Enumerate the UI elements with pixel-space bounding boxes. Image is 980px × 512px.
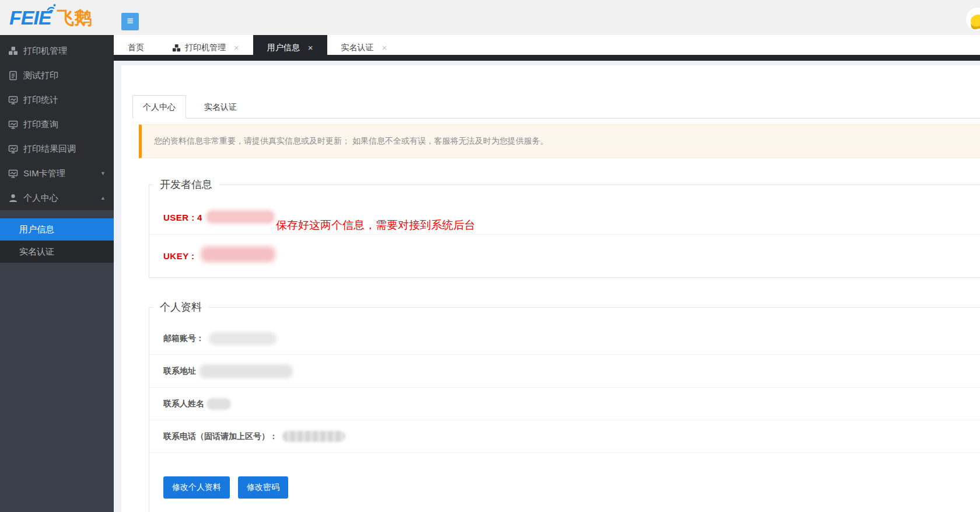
window-tab-label: 打印机管理 xyxy=(185,43,226,53)
user-avatar[interactable] xyxy=(966,8,980,31)
sidebar-item-print-stats[interactable]: 打印统计 xyxy=(0,88,114,112)
ukey-row: UKEY : xyxy=(149,235,980,277)
close-icon[interactable]: × xyxy=(234,44,239,52)
sidebar-subitem-user-info[interactable]: 用户信息 xyxy=(0,218,114,241)
window-tab-label: 首页 xyxy=(128,43,144,53)
sidebar-item-label: 打印结果回调 xyxy=(23,144,107,155)
address-row: 联系地址 xyxy=(149,355,980,388)
user-key-row: USER : 4 xyxy=(149,191,980,234)
sidebar-item-label: SIM卡管理 xyxy=(23,168,100,179)
user-value-prefix: 4 xyxy=(197,213,202,222)
redacted-address-value xyxy=(200,364,293,378)
sidebar-item-label: 测试打印 xyxy=(23,70,107,81)
sidebar-toggle-button[interactable]: ≡ xyxy=(121,13,139,30)
monitor-chart-icon xyxy=(8,120,18,130)
sidebar-item-test-print[interactable]: 测试打印 xyxy=(0,63,114,88)
content-tabs: 个人中心 实名认证 xyxy=(132,95,980,119)
developer-info-section: 开发者信息 USER : 4 UKEY : xyxy=(149,177,980,278)
sidebar-item-personal-center[interactable]: 个人中心 ▲ xyxy=(0,186,114,210)
brand-text-en: FEIE xyxy=(9,6,51,29)
window-tab-user-info[interactable]: 用户信息 × xyxy=(253,35,327,61)
window-tab-label: 实名认证 xyxy=(341,43,374,53)
window-tab-realname-auth[interactable]: 实名认证 × xyxy=(327,35,401,61)
brand-text-cn: 飞鹅 xyxy=(57,8,92,29)
user-icon xyxy=(8,193,18,203)
window-tab-printer-management[interactable]: 打印机管理 × xyxy=(158,35,253,61)
sidebar-item-print-callback[interactable]: 打印结果回调 xyxy=(0,137,114,161)
edit-password-button[interactable]: 修改密码 xyxy=(238,476,288,499)
sidebar-subitem-realname-auth[interactable]: 实名认证 xyxy=(0,241,114,263)
main-area: 首页 打印机管理 × 用户信息 × 实名认证 × xyxy=(114,35,980,512)
sidebar-menu: 打印机管理 测试打印 xyxy=(0,35,114,210)
redacted-ukey-value xyxy=(201,246,275,262)
app-root: FEIE 飞鹅 ≡ xyxy=(0,0,980,512)
sidebar-item-label: 个人中心 xyxy=(23,193,100,204)
redacted-email-value xyxy=(209,332,276,345)
caret-up-icon: ▲ xyxy=(100,195,106,201)
wifi-signal-icon xyxy=(46,3,57,15)
window-tab-label: 用户信息 xyxy=(267,43,300,53)
developer-note: 保存好这两个信息，需要对接到系统后台 xyxy=(276,218,475,233)
top-header: FEIE 飞鹅 ≡ xyxy=(0,0,980,35)
edit-profile-button[interactable]: 修改个人资料 xyxy=(163,476,230,499)
profile-actions: 修改个人资料 修改密码 xyxy=(163,476,980,512)
printer-cubes-icon xyxy=(8,46,18,56)
contact-name-row: 联系人姓名 xyxy=(149,388,980,420)
email-row: 邮箱账号： xyxy=(149,322,980,355)
content-card: 个人中心 实名认证 您的资料信息非常重要，请提供真实信息或及时更新； 如果信息不… xyxy=(121,65,980,512)
sidebar-item-print-query[interactable]: 打印查询 xyxy=(0,112,114,137)
content-tab-realname-auth[interactable]: 实名认证 xyxy=(186,96,255,118)
avatar-goose-icon xyxy=(970,13,980,28)
window-tab-home[interactable]: 首页 xyxy=(114,35,158,61)
redacted-name-value xyxy=(206,398,231,410)
profile-section: 个人资料 邮箱账号： 联系地址 联系人姓名 联系电话（固话请加上区号）： xyxy=(149,300,980,512)
window-tabbar: 首页 打印机管理 × 用户信息 × 实名认证 × xyxy=(114,35,980,61)
monitor-chart-icon xyxy=(8,169,18,179)
caret-down-icon: ▼ xyxy=(100,170,106,176)
sidebar-item-label: 打印统计 xyxy=(23,95,107,106)
phone-row: 联系电话（固话请加上区号）： xyxy=(149,420,980,453)
email-label: 邮箱账号： xyxy=(163,333,204,344)
sidebar-submenu: 用户信息 实名认证 xyxy=(0,218,114,263)
sidebar-item-label: 打印机管理 xyxy=(23,46,107,57)
brand-logo: FEIE 飞鹅 xyxy=(9,6,92,29)
content-tab-personal-center[interactable]: 个人中心 xyxy=(132,95,186,119)
monitor-chart-icon xyxy=(8,95,18,105)
monitor-chart-icon xyxy=(8,144,18,154)
user-label: USER : xyxy=(163,213,195,222)
profile-legend: 个人资料 xyxy=(153,300,209,314)
close-icon[interactable]: × xyxy=(308,44,313,52)
phone-label: 联系电话（固话请加上区号）： xyxy=(163,431,278,442)
redacted-user-value xyxy=(206,210,275,224)
sidebar-item-printer-management[interactable]: 打印机管理 xyxy=(0,39,114,63)
developer-info-legend: 开发者信息 xyxy=(153,177,219,191)
sidebar: 打印机管理 测试打印 xyxy=(0,35,114,512)
document-icon xyxy=(8,71,18,81)
close-icon[interactable]: × xyxy=(382,44,387,52)
info-alert: 您的资料信息非常重要，请提供真实信息或及时更新； 如果信息不全或有误，客服将无法… xyxy=(139,124,980,158)
address-label: 联系地址 xyxy=(163,366,196,377)
sidebar-item-label: 打印查询 xyxy=(23,119,107,130)
ukey-label: UKEY : xyxy=(163,251,195,261)
redacted-phone-value xyxy=(282,431,345,442)
alert-text: 您的资料信息非常重要，请提供真实信息或及时更新； 如果信息不全或有误，客服将无法… xyxy=(154,136,548,147)
sidebar-item-sim-management[interactable]: SIM卡管理 ▼ xyxy=(0,161,114,186)
printer-cubes-icon xyxy=(172,44,181,53)
contact-name-label: 联系人姓名 xyxy=(163,399,204,409)
